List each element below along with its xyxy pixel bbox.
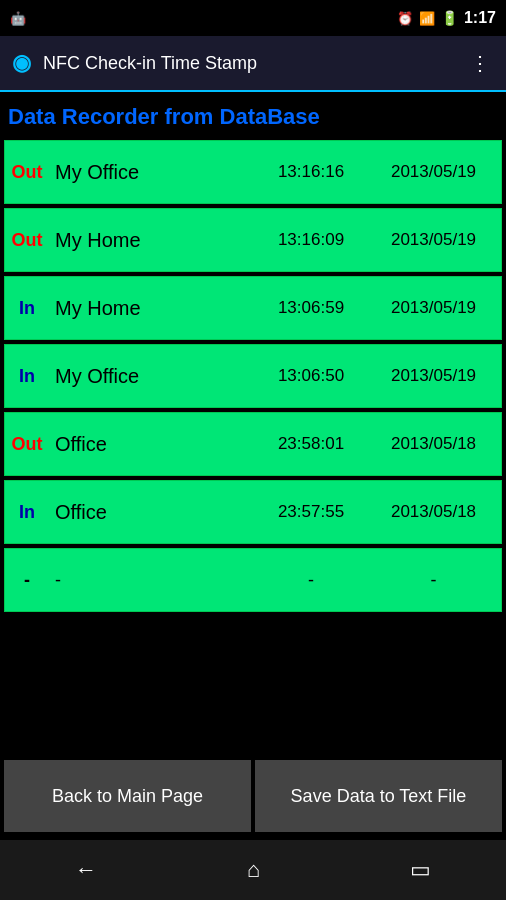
location-label: -	[49, 570, 256, 591]
location-label: My Office	[49, 365, 256, 388]
back-to-main-button[interactable]: Back to Main Page	[4, 760, 251, 832]
date-value: 2013/05/18	[366, 434, 501, 454]
in-out-label: In	[5, 345, 49, 407]
back-nav-button[interactable]: ←	[55, 849, 117, 891]
table-row: OutMy Office13:16:162013/05/19	[4, 140, 502, 204]
nav-bar: ← ⌂ ▭	[0, 840, 506, 900]
bottom-buttons: Back to Main Page Save Data to Text File	[0, 752, 506, 840]
time-value: 23:58:01	[256, 434, 366, 454]
date-value: 2013/05/19	[366, 162, 501, 182]
date-value: 2013/05/18	[366, 502, 501, 522]
time-value: -	[256, 570, 366, 591]
status-right-icons: ⏰ 📶 🔋 1:17	[397, 9, 496, 27]
table-row: InMy Home13:06:592013/05/19	[4, 276, 502, 340]
location-label: Office	[49, 501, 256, 524]
table-row: OutOffice23:58:012013/05/18	[4, 412, 502, 476]
time-value: 13:16:16	[256, 162, 366, 182]
date-value: 2013/05/19	[366, 298, 501, 318]
table-row: InOffice23:57:552013/05/18	[4, 480, 502, 544]
overflow-menu-button[interactable]: ⋮	[466, 47, 494, 79]
location-label: My Home	[49, 229, 256, 252]
app-bar: ◉ NFC Check-in Time Stamp ⋮	[0, 36, 506, 92]
app-title: NFC Check-in Time Stamp	[43, 53, 454, 74]
status-bar: 🤖 ⏰ 📶 🔋 1:17	[0, 0, 506, 36]
in-out-label: Out	[5, 413, 49, 475]
in-out-label: In	[5, 277, 49, 339]
time-value: 13:06:50	[256, 366, 366, 386]
time-value: 13:16:09	[256, 230, 366, 250]
recent-nav-button[interactable]: ▭	[390, 849, 451, 891]
page-title-section: Data Recorder from DataBase	[0, 92, 506, 140]
location-label: My Office	[49, 161, 256, 184]
table-row: InMy Office13:06:502013/05/19	[4, 344, 502, 408]
save-data-button[interactable]: Save Data to Text File	[255, 760, 502, 832]
nfc-icon: ◉	[12, 50, 31, 76]
page-title: Data Recorder from DataBase	[8, 104, 320, 129]
date-value: -	[366, 570, 501, 591]
table-row: OutMy Home13:16:092013/05/19	[4, 208, 502, 272]
time-value: 13:06:59	[256, 298, 366, 318]
home-nav-button[interactable]: ⌂	[227, 849, 280, 891]
status-left-icons: 🤖	[10, 11, 26, 26]
in-out-label: In	[5, 481, 49, 543]
data-table: OutMy Office13:16:162013/05/19OutMy Home…	[0, 140, 506, 752]
date-value: 2013/05/19	[366, 230, 501, 250]
signal-icon: 📶	[419, 11, 435, 26]
battery-icon: 🔋	[441, 10, 458, 26]
location-label: My Home	[49, 297, 256, 320]
in-out-label: Out	[5, 209, 49, 271]
empty-row: - - - -	[4, 548, 502, 612]
android-icon: 🤖	[10, 11, 26, 26]
time-display: 1:17	[464, 9, 496, 27]
time-value: 23:57:55	[256, 502, 366, 522]
location-label: Office	[49, 433, 256, 456]
date-value: 2013/05/19	[366, 366, 501, 386]
in-out-label: Out	[5, 141, 49, 203]
in-out-label: -	[5, 549, 49, 611]
alarm-icon: ⏰	[397, 11, 413, 26]
